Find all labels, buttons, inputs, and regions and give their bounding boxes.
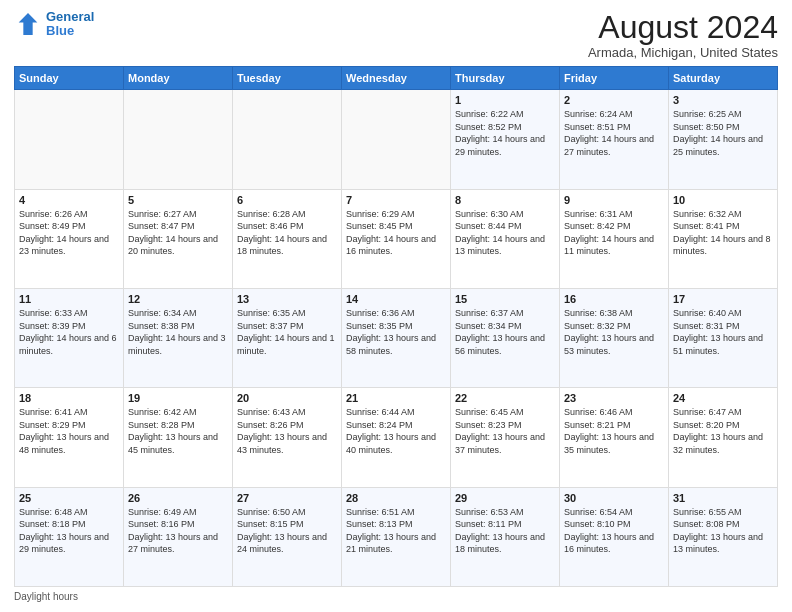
- day-number: 19: [128, 392, 228, 404]
- calendar-cell: 11Sunrise: 6:33 AM Sunset: 8:39 PM Dayli…: [15, 288, 124, 387]
- title-block: August 2024 Armada, Michigan, United Sta…: [588, 10, 778, 60]
- calendar-cell: 27Sunrise: 6:50 AM Sunset: 8:15 PM Dayli…: [233, 487, 342, 586]
- calendar-cell: 16Sunrise: 6:38 AM Sunset: 8:32 PM Dayli…: [560, 288, 669, 387]
- day-number: 14: [346, 293, 446, 305]
- day-number: 9: [564, 194, 664, 206]
- logo-general: General: [46, 9, 94, 24]
- day-info: Sunrise: 6:41 AM Sunset: 8:29 PM Dayligh…: [19, 406, 119, 456]
- calendar-cell: 26Sunrise: 6:49 AM Sunset: 8:16 PM Dayli…: [124, 487, 233, 586]
- day-info: Sunrise: 6:29 AM Sunset: 8:45 PM Dayligh…: [346, 208, 446, 258]
- weekday-header: Tuesday: [233, 67, 342, 90]
- day-number: 24: [673, 392, 773, 404]
- calendar-cell: 14Sunrise: 6:36 AM Sunset: 8:35 PM Dayli…: [342, 288, 451, 387]
- day-info: Sunrise: 6:34 AM Sunset: 8:38 PM Dayligh…: [128, 307, 228, 357]
- day-info: Sunrise: 6:28 AM Sunset: 8:46 PM Dayligh…: [237, 208, 337, 258]
- day-info: Sunrise: 6:26 AM Sunset: 8:49 PM Dayligh…: [19, 208, 119, 258]
- calendar-cell: 6Sunrise: 6:28 AM Sunset: 8:46 PM Daylig…: [233, 189, 342, 288]
- day-number: 17: [673, 293, 773, 305]
- day-number: 3: [673, 94, 773, 106]
- day-info: Sunrise: 6:32 AM Sunset: 8:41 PM Dayligh…: [673, 208, 773, 258]
- calendar-week-row: 18Sunrise: 6:41 AM Sunset: 8:29 PM Dayli…: [15, 388, 778, 487]
- day-info: Sunrise: 6:54 AM Sunset: 8:10 PM Dayligh…: [564, 506, 664, 556]
- calendar-cell: 28Sunrise: 6:51 AM Sunset: 8:13 PM Dayli…: [342, 487, 451, 586]
- day-info: Sunrise: 6:33 AM Sunset: 8:39 PM Dayligh…: [19, 307, 119, 357]
- calendar-week-row: 25Sunrise: 6:48 AM Sunset: 8:18 PM Dayli…: [15, 487, 778, 586]
- header: General Blue August 2024 Armada, Michiga…: [14, 10, 778, 60]
- calendar-cell: 15Sunrise: 6:37 AM Sunset: 8:34 PM Dayli…: [451, 288, 560, 387]
- calendar-cell: 30Sunrise: 6:54 AM Sunset: 8:10 PM Dayli…: [560, 487, 669, 586]
- calendar-table: SundayMondayTuesdayWednesdayThursdayFrid…: [14, 66, 778, 587]
- day-info: Sunrise: 6:40 AM Sunset: 8:31 PM Dayligh…: [673, 307, 773, 357]
- day-number: 20: [237, 392, 337, 404]
- day-number: 25: [19, 492, 119, 504]
- day-number: 12: [128, 293, 228, 305]
- weekday-header: Wednesday: [342, 67, 451, 90]
- day-number: 10: [673, 194, 773, 206]
- day-info: Sunrise: 6:43 AM Sunset: 8:26 PM Dayligh…: [237, 406, 337, 456]
- day-number: 31: [673, 492, 773, 504]
- day-info: Sunrise: 6:30 AM Sunset: 8:44 PM Dayligh…: [455, 208, 555, 258]
- calendar-cell: 20Sunrise: 6:43 AM Sunset: 8:26 PM Dayli…: [233, 388, 342, 487]
- calendar-cell: 23Sunrise: 6:46 AM Sunset: 8:21 PM Dayli…: [560, 388, 669, 487]
- day-info: Sunrise: 6:53 AM Sunset: 8:11 PM Dayligh…: [455, 506, 555, 556]
- day-info: Sunrise: 6:48 AM Sunset: 8:18 PM Dayligh…: [19, 506, 119, 556]
- day-number: 26: [128, 492, 228, 504]
- header-row: SundayMondayTuesdayWednesdayThursdayFrid…: [15, 67, 778, 90]
- day-number: 15: [455, 293, 555, 305]
- calendar-cell: 19Sunrise: 6:42 AM Sunset: 8:28 PM Dayli…: [124, 388, 233, 487]
- day-number: 22: [455, 392, 555, 404]
- calendar-cell: 21Sunrise: 6:44 AM Sunset: 8:24 PM Dayli…: [342, 388, 451, 487]
- calendar-body: 1Sunrise: 6:22 AM Sunset: 8:52 PM Daylig…: [15, 90, 778, 587]
- calendar-header: SundayMondayTuesdayWednesdayThursdayFrid…: [15, 67, 778, 90]
- day-info: Sunrise: 6:31 AM Sunset: 8:42 PM Dayligh…: [564, 208, 664, 258]
- page: General Blue August 2024 Armada, Michiga…: [0, 0, 792, 612]
- day-number: 11: [19, 293, 119, 305]
- day-number: 6: [237, 194, 337, 206]
- calendar-cell: [15, 90, 124, 189]
- calendar-cell: 25Sunrise: 6:48 AM Sunset: 8:18 PM Dayli…: [15, 487, 124, 586]
- weekday-header: Thursday: [451, 67, 560, 90]
- calendar-cell: [124, 90, 233, 189]
- main-title: August 2024: [588, 10, 778, 45]
- weekday-header: Monday: [124, 67, 233, 90]
- day-info: Sunrise: 6:35 AM Sunset: 8:37 PM Dayligh…: [237, 307, 337, 357]
- day-number: 4: [19, 194, 119, 206]
- calendar-cell: 22Sunrise: 6:45 AM Sunset: 8:23 PM Dayli…: [451, 388, 560, 487]
- calendar-cell: 7Sunrise: 6:29 AM Sunset: 8:45 PM Daylig…: [342, 189, 451, 288]
- day-info: Sunrise: 6:47 AM Sunset: 8:20 PM Dayligh…: [673, 406, 773, 456]
- day-number: 18: [19, 392, 119, 404]
- logo-text: General Blue: [46, 10, 94, 39]
- calendar-cell: 1Sunrise: 6:22 AM Sunset: 8:52 PM Daylig…: [451, 90, 560, 189]
- day-number: 23: [564, 392, 664, 404]
- day-number: 30: [564, 492, 664, 504]
- weekday-header: Sunday: [15, 67, 124, 90]
- day-number: 28: [346, 492, 446, 504]
- footer-note: Daylight hours: [14, 591, 778, 602]
- calendar-cell: 4Sunrise: 6:26 AM Sunset: 8:49 PM Daylig…: [15, 189, 124, 288]
- day-number: 27: [237, 492, 337, 504]
- calendar-cell: 3Sunrise: 6:25 AM Sunset: 8:50 PM Daylig…: [669, 90, 778, 189]
- logo-blue: Blue: [46, 23, 74, 38]
- day-info: Sunrise: 6:27 AM Sunset: 8:47 PM Dayligh…: [128, 208, 228, 258]
- day-info: Sunrise: 6:45 AM Sunset: 8:23 PM Dayligh…: [455, 406, 555, 456]
- day-info: Sunrise: 6:24 AM Sunset: 8:51 PM Dayligh…: [564, 108, 664, 158]
- calendar-cell: 31Sunrise: 6:55 AM Sunset: 8:08 PM Dayli…: [669, 487, 778, 586]
- subtitle: Armada, Michigan, United States: [588, 45, 778, 60]
- day-number: 21: [346, 392, 446, 404]
- daylight-label: Daylight hours: [14, 591, 78, 602]
- calendar-cell: 8Sunrise: 6:30 AM Sunset: 8:44 PM Daylig…: [451, 189, 560, 288]
- calendar-week-row: 1Sunrise: 6:22 AM Sunset: 8:52 PM Daylig…: [15, 90, 778, 189]
- calendar-cell: 24Sunrise: 6:47 AM Sunset: 8:20 PM Dayli…: [669, 388, 778, 487]
- day-number: 29: [455, 492, 555, 504]
- day-info: Sunrise: 6:36 AM Sunset: 8:35 PM Dayligh…: [346, 307, 446, 357]
- calendar-cell: 17Sunrise: 6:40 AM Sunset: 8:31 PM Dayli…: [669, 288, 778, 387]
- day-info: Sunrise: 6:55 AM Sunset: 8:08 PM Dayligh…: [673, 506, 773, 556]
- day-info: Sunrise: 6:42 AM Sunset: 8:28 PM Dayligh…: [128, 406, 228, 456]
- calendar-cell: 2Sunrise: 6:24 AM Sunset: 8:51 PM Daylig…: [560, 90, 669, 189]
- day-number: 13: [237, 293, 337, 305]
- calendar-week-row: 11Sunrise: 6:33 AM Sunset: 8:39 PM Dayli…: [15, 288, 778, 387]
- calendar-cell: 12Sunrise: 6:34 AM Sunset: 8:38 PM Dayli…: [124, 288, 233, 387]
- calendar-cell: 29Sunrise: 6:53 AM Sunset: 8:11 PM Dayli…: [451, 487, 560, 586]
- day-info: Sunrise: 6:44 AM Sunset: 8:24 PM Dayligh…: [346, 406, 446, 456]
- day-info: Sunrise: 6:22 AM Sunset: 8:52 PM Dayligh…: [455, 108, 555, 158]
